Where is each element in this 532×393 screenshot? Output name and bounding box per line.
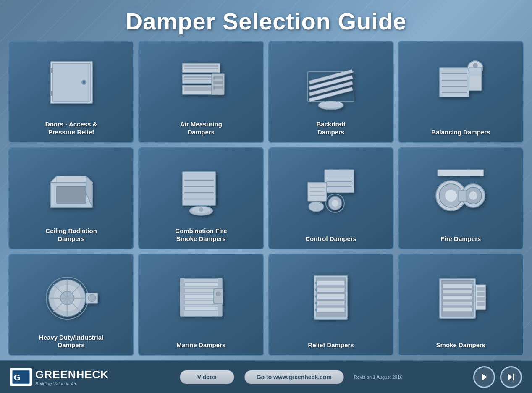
videos-button[interactable]: Videos	[180, 370, 234, 384]
logo-text: GREENHECK Building Value in Air.	[35, 368, 109, 386]
combo-fire-smoke-label: Combination FireSmoke Dampers	[175, 227, 227, 243]
backdraft-label: BackdraftDampers	[317, 121, 346, 136]
svg-rect-79	[180, 278, 184, 316]
control-label: Control Dampers	[305, 235, 356, 243]
doors-image	[9, 45, 133, 124]
logo-icon: G	[10, 368, 32, 386]
doors-label: Doors - Access &Pressure Relief	[45, 121, 97, 136]
svg-rect-117	[513, 374, 514, 380]
svg-point-99	[315, 309, 317, 311]
svg-marker-115	[482, 374, 487, 380]
footer-nav	[473, 366, 522, 388]
svg-rect-111	[477, 302, 485, 306]
title-area: Damper Selection Guide	[0, 0, 532, 41]
last-button[interactable]	[500, 366, 522, 388]
fire-label: Fire Dampers	[440, 235, 481, 243]
svg-rect-39	[57, 176, 86, 182]
svg-point-95	[315, 282, 317, 284]
ceiling-radiation-image	[9, 152, 133, 231]
heavy-duty-image	[9, 258, 133, 337]
marine-image	[139, 258, 263, 337]
svg-rect-27	[469, 74, 482, 91]
svg-rect-93	[317, 301, 345, 306]
svg-rect-36	[57, 186, 86, 203]
footer: G GREENHECK Building Value in Air. Video…	[0, 360, 532, 393]
svg-rect-91	[317, 287, 345, 292]
grid-item-fire[interactable]: Fire Dampers	[398, 147, 524, 250]
relief-image	[269, 258, 393, 337]
svg-rect-108	[477, 287, 485, 291]
logo-brand: GREENHECK	[35, 368, 109, 381]
svg-point-58	[332, 200, 338, 207]
svg-text:G: G	[14, 373, 21, 382]
svg-rect-94	[317, 307, 345, 312]
svg-rect-18	[213, 86, 223, 89]
svg-rect-83	[184, 294, 218, 299]
grid-item-combo-fire-smoke[interactable]: Combination FireSmoke Dampers	[138, 147, 264, 250]
svg-rect-29	[469, 68, 482, 76]
svg-rect-90	[317, 280, 345, 286]
footer-center: Videos Go to www.greenheck.com Revision …	[109, 370, 473, 384]
ceiling-radiation-label: Ceiling RadiationDampers	[45, 227, 97, 243]
balancing-image	[399, 45, 523, 124]
grid-item-heavy-duty[interactable]: Heavy Duty/IndustrialDampers	[8, 254, 134, 356]
logo-tagline: Building Value in Air.	[35, 381, 109, 386]
svg-rect-105	[443, 301, 472, 306]
balancing-label: Balancing Dampers	[431, 128, 490, 136]
svg-point-66	[469, 191, 477, 200]
footer-logo: G GREENHECK Building Value in Air.	[10, 368, 109, 386]
smoke-label: Smoke Dampers	[436, 341, 486, 349]
svg-rect-17	[213, 81, 223, 84]
svg-rect-102	[443, 284, 472, 288]
svg-point-3	[83, 81, 85, 84]
svg-rect-84	[184, 300, 218, 304]
smoke-image	[399, 258, 523, 337]
grid-item-smoke[interactable]: Smoke Dampers	[398, 254, 524, 356]
svg-rect-4	[50, 68, 53, 73]
svg-rect-103	[443, 290, 472, 294]
grid-item-balancing[interactable]: Balancing Dampers	[398, 41, 524, 143]
control-image	[269, 152, 393, 231]
svg-rect-106	[443, 307, 472, 312]
svg-rect-40	[182, 172, 216, 205]
svg-point-77	[88, 294, 96, 302]
air-measuring-image	[139, 45, 263, 124]
fire-image	[399, 152, 523, 231]
grid-item-marine[interactable]: Marine Dampers	[138, 254, 264, 356]
backdraft-image	[269, 45, 393, 124]
svg-rect-110	[477, 297, 485, 301]
svg-point-47	[199, 207, 203, 212]
svg-point-25	[319, 101, 343, 108]
grid-item-relief[interactable]: Relief Dampers	[268, 254, 394, 356]
svg-rect-81	[184, 283, 218, 287]
svg-point-30	[473, 63, 478, 68]
svg-rect-7	[184, 65, 218, 67]
grid-item-doors[interactable]: Doors - Access &Pressure Relief	[8, 41, 134, 143]
svg-rect-5	[50, 91, 53, 96]
svg-point-59	[309, 202, 324, 212]
svg-rect-92	[317, 294, 345, 299]
revision-text: Revision 1 August 2016	[354, 375, 403, 380]
svg-point-87	[216, 291, 221, 296]
svg-rect-85	[184, 306, 218, 310]
svg-rect-8	[184, 68, 218, 69]
grid-item-backdraft[interactable]: BackdraftDampers	[268, 41, 394, 143]
svg-rect-60	[438, 170, 484, 176]
svg-point-63	[445, 190, 457, 202]
grid-item-ceiling-radiation[interactable]: Ceiling RadiationDampers	[8, 147, 134, 250]
website-button[interactable]: Go to www.greenheck.com	[244, 370, 344, 384]
combo-fire-smoke-image	[139, 152, 263, 231]
relief-label: Relief Dampers	[308, 341, 354, 349]
next-button[interactable]	[473, 366, 495, 388]
svg-rect-82	[184, 288, 218, 293]
svg-rect-16	[213, 76, 223, 79]
page-title: Damper Selection Guide	[8, 8, 524, 35]
svg-point-96	[315, 288, 317, 291]
grid-item-air-measuring[interactable]: Air MeasuringDampers	[138, 41, 264, 143]
marine-label: Marine Dampers	[177, 341, 226, 349]
svg-point-97	[315, 295, 317, 298]
grid-item-control[interactable]: Control Dampers	[268, 147, 394, 250]
svg-point-98	[315, 302, 317, 304]
svg-rect-104	[443, 296, 472, 300]
svg-marker-116	[508, 374, 512, 380]
